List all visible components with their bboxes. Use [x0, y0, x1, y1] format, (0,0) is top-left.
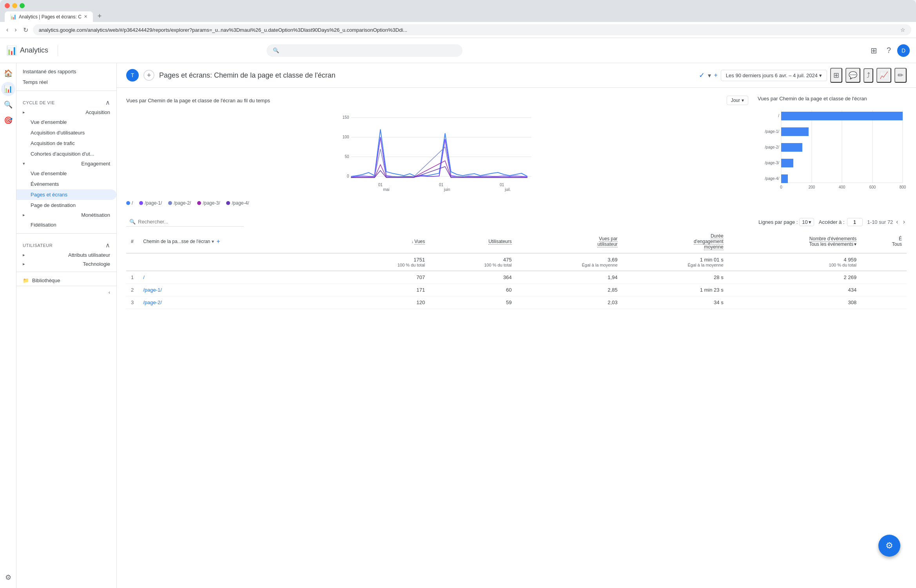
tab-favicon: 📊 — [10, 14, 16, 20]
th-duree[interactable]: Duréed'engagementmoyenne — [622, 230, 728, 253]
grid-icon-button[interactable]: ⊞ — [867, 43, 880, 58]
search-input[interactable] — [282, 47, 456, 54]
url-text: analytics.google.com/analytics/web/#/p36… — [39, 27, 897, 33]
row-index: 2 — [126, 284, 138, 296]
edit-button[interactable]: ✏ — [894, 68, 907, 83]
insights-button[interactable]: 📈 — [876, 68, 891, 83]
legend-dot — [226, 201, 230, 205]
settings-nav-button[interactable]: ⚙ — [1, 570, 15, 584]
totals-duree: 1 min 01 s Égal à la moyenne — [622, 253, 728, 271]
table-search-box: 🔍 — [126, 217, 244, 227]
nav-explore-button[interactable]: 🔍 — [1, 98, 15, 112]
row-events: 308 — [728, 296, 862, 309]
date-range-selector[interactable]: Les 90 derniers jours 6 avr. – 4 juil. 2… — [721, 70, 827, 81]
svg-text:01: 01 — [439, 183, 444, 187]
add-column-button[interactable]: + — [216, 237, 221, 246]
totals-vues: 1751 100 % du total — [343, 253, 430, 271]
back-button[interactable]: ‹ — [5, 25, 10, 35]
svg-text:200: 200 — [809, 185, 815, 189]
utilisateur-collapse-icon[interactable]: ∧ — [105, 241, 111, 249]
svg-text:600: 600 — [869, 185, 876, 189]
sidebar-item-acquisition-cohortes[interactable]: Cohortes d'acquisition d'ut... — [16, 149, 116, 159]
close-button[interactable] — [5, 3, 10, 8]
maximize-button[interactable] — [20, 3, 25, 8]
search-box[interactable]: 🔍 — [267, 44, 463, 57]
view-toggle-button[interactable]: ⊞ — [830, 68, 842, 83]
sidebar-group-attributs[interactable]: ▸ Attributs utilisateur — [16, 250, 116, 260]
avatar[interactable]: D — [897, 44, 910, 57]
pagination-prev-button[interactable]: ‹ — [894, 217, 900, 227]
sidebar-item-acquisition-overview[interactable]: Vue d'ensemble — [16, 117, 116, 127]
sidebar-item-fidelisation[interactable]: Fidélisation — [16, 220, 116, 230]
row-users: 364 — [430, 271, 516, 284]
sidebar-item-pages-ecrans[interactable]: Pages et écrans — [16, 189, 116, 200]
svg-text:/: / — [778, 114, 779, 118]
reload-button[interactable]: ↻ — [22, 25, 30, 35]
sidebar-item-page-destination[interactable]: Page de destination — [16, 200, 116, 211]
row-page[interactable]: / — [138, 271, 343, 284]
go-to-input[interactable] — [847, 218, 863, 226]
th-page[interactable]: Chemin de la pa...sse de l'écran ▾ + — [138, 230, 343, 253]
share-button[interactable]: ⤴ — [863, 68, 873, 83]
sidebar-item-instantane[interactable]: Instantané des rapports — [16, 66, 116, 77]
row-page[interactable]: /page-2/ — [138, 296, 343, 309]
table-search-input[interactable] — [138, 219, 241, 225]
nav-reports-button[interactable]: 📊 — [1, 82, 15, 96]
app-title: Analytics — [20, 46, 48, 54]
report-avatar: T — [126, 69, 139, 82]
bookmark-icon[interactable]: ☆ — [900, 27, 905, 33]
sidebar-item-temps-reel[interactable]: Temps réel — [16, 77, 116, 87]
sidebar-item-bibliotheque[interactable]: 📁 Bibliothèque — [16, 275, 116, 286]
sidebar-item-acquisition-trafic[interactable]: Acquisition de trafic — [16, 138, 116, 149]
help-icon-button[interactable]: ? — [883, 43, 894, 58]
table-row: 3 /page-2/ 120 59 2,03 34 s 308 — [126, 296, 907, 309]
th-evenements[interactable]: Nombre d'événements Tous les événements … — [728, 230, 862, 253]
new-tab-button[interactable]: + — [94, 11, 106, 22]
sidebar-item-acquisition-users[interactable]: Acquisition d'utilisateurs — [16, 127, 116, 138]
nav-advertising-button[interactable]: 🎯 — [1, 113, 15, 127]
address-bar[interactable]: analytics.google.com/analytics/web/#/p36… — [33, 24, 911, 35]
column-filter-dropdown[interactable]: ▾ — [212, 239, 214, 244]
date-range-text: Les 90 derniers jours 6 avr. – 4 juil. 2… — [726, 73, 818, 78]
sidebar: Instantané des rapports Temps réel Cycle… — [16, 63, 117, 588]
fab-icon: ⚙ — [885, 541, 893, 551]
table-section: 🔍 Lignes par page : 10 ▾ Accéder à — [117, 214, 916, 318]
legend-item-page3: /page-3/ — [197, 200, 220, 206]
nav-home-button[interactable]: 🏠 — [1, 66, 15, 80]
sort-icon: ↓ — [412, 240, 414, 244]
row-vues: 171 — [343, 284, 430, 296]
collapse-sidebar-icon[interactable]: ‹ — [109, 289, 110, 295]
events-column-dropdown[interactable]: Tous les événements ▾ — [733, 241, 857, 247]
browser-tab[interactable]: 📊 Analytics | Pages et écrans: C ✕ — [5, 11, 93, 22]
minimize-button[interactable] — [12, 3, 17, 8]
time-granularity-selector[interactable]: Jour ▾ — [727, 96, 748, 105]
report-settings-dropdown[interactable]: ▾ — [708, 72, 711, 79]
date-range-dropdown-icon: ▾ — [819, 73, 822, 78]
th-vues[interactable]: ↓ Vues — [343, 230, 430, 253]
sidebar-group-technologie[interactable]: ▸ Technologie — [16, 260, 116, 269]
sidebar-group-monetisation[interactable]: ▸ Monétisation — [16, 211, 116, 220]
row-page[interactable]: /page-1/ — [138, 284, 343, 296]
svg-text:50: 50 — [345, 154, 349, 159]
tab-close-icon[interactable]: ✕ — [84, 14, 87, 19]
sidebar-group-acquisition[interactable]: ▸ Acquisition — [16, 108, 116, 117]
forward-button[interactable]: › — [13, 25, 18, 35]
pagination-next-button[interactable]: › — [901, 217, 907, 227]
add-report-button[interactable]: + — [143, 70, 154, 81]
th-vues-par[interactable]: Vues parutilisateur — [517, 230, 622, 253]
line-chart-svg: 150 100 50 0 01 mai 01 juin 01 juil. — [126, 110, 748, 196]
bar-chart-title: Vues par Chemin de la page et classe de … — [758, 96, 867, 102]
sidebar-item-engagement-overview[interactable]: Vue d'ensemble — [16, 168, 116, 179]
sidebar-item-evenements[interactable]: Événements — [16, 179, 116, 189]
comment-button[interactable]: 💬 — [845, 68, 860, 83]
legend-dot — [126, 201, 130, 205]
rows-per-page-selector[interactable]: 10 ▾ — [799, 218, 814, 226]
th-utilisateurs[interactable]: Utilisateurs — [430, 230, 516, 253]
row-vues: 120 — [343, 296, 430, 309]
add-metric-button[interactable]: + — [714, 72, 718, 79]
th-extra: ÉTous — [861, 230, 907, 253]
fab-button[interactable]: ⚙ — [878, 535, 900, 557]
sidebar-group-engagement[interactable]: ▾ Engagement — [16, 159, 116, 168]
row-extra — [861, 296, 907, 309]
lifecycle-collapse-icon[interactable]: ∧ — [105, 99, 111, 106]
